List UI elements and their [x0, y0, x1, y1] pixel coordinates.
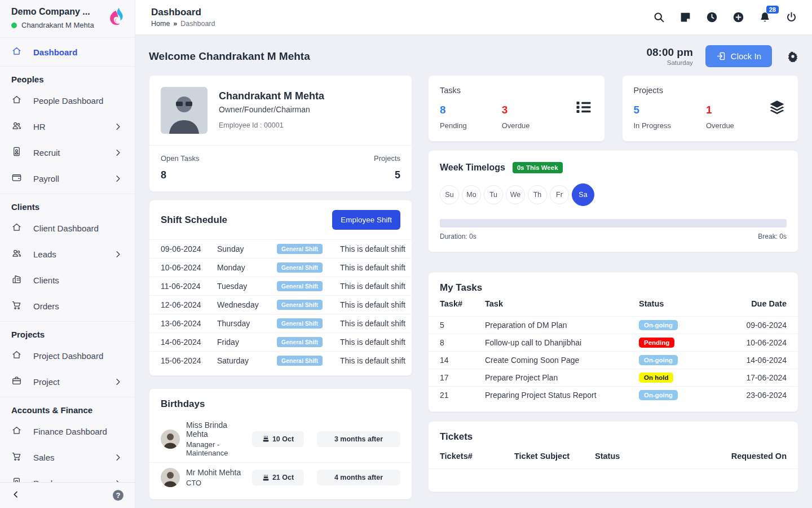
- tasks-stat-card: Tasks 8 Pending 3 Overdue: [428, 75, 605, 142]
- shift-row[interactable]: 13-06-2024 Thursday General Shift This i…: [149, 314, 412, 332]
- shift-day: Monday: [217, 263, 277, 272]
- task-status-badge: On-going: [639, 390, 678, 400]
- clock-in-button[interactable]: Clock In: [705, 45, 772, 67]
- employee-shift-button[interactable]: Employee Shift: [332, 210, 400, 230]
- brand-block: Demo Company ... Chandrakant M Mehta: [0, 0, 135, 38]
- birthday-role: Manager - Maintenance: [186, 440, 246, 457]
- projects-overdue-label: Overdue: [706, 121, 734, 130]
- profile-card: Chandrakant M Mehta Owner/Founder/Chairm…: [149, 75, 412, 192]
- help-icon[interactable]: ?: [113, 490, 123, 501]
- notification-count-badge: 28: [766, 6, 779, 14]
- task-id: 8: [440, 338, 485, 347]
- sidebar-item-recruit[interactable]: Recruit: [0, 139, 135, 165]
- sidebar-item-people-dashboard[interactable]: People Dashboard: [0, 87, 135, 113]
- projects-stat-card: Projects 5 In Progress 1 Overdue: [622, 75, 799, 142]
- task-status-badge: On-going: [639, 320, 678, 330]
- notes-icon[interactable]: [679, 11, 691, 23]
- birthday-row[interactable]: Miss Brinda Mehta Manager - Maintenance …: [149, 415, 412, 462]
- wallet-icon: [11, 172, 22, 185]
- task-title: Preparing Project Status Report: [485, 391, 639, 400]
- sidebar-item-clients[interactable]: Clients: [0, 267, 135, 293]
- projects-stat-title: Projects: [634, 86, 787, 95]
- shift-date: 10-06-2024: [161, 263, 217, 272]
- sidebar-item-leads[interactable]: Leads: [0, 241, 135, 267]
- sidebar-item-project[interactable]: Project: [0, 369, 135, 395]
- tasks-overdue-label: Overdue: [502, 121, 530, 130]
- shift-date: 14-06-2024: [161, 338, 217, 347]
- tickets-header-row: Tickets#Ticket SubjectStatusRequested On: [429, 448, 798, 468]
- shift-row[interactable]: 09-06-2024 Sunday General Shift This is …: [149, 239, 412, 258]
- online-status-dot: [11, 23, 17, 28]
- top-header: Dashboard Home » Dashboard 28: [135, 0, 812, 35]
- break-label: Break: 0s: [758, 233, 787, 240]
- task-row[interactable]: 8 Follow-up call to Dhanjibhai Pending 1…: [429, 334, 798, 351]
- breadcrumb-home[interactable]: Home: [151, 20, 170, 28]
- day-pill-tu[interactable]: Tu: [484, 185, 503, 204]
- shift-note: This is default shift: [340, 319, 412, 328]
- users-icon: [11, 120, 22, 133]
- day-pill-mo[interactable]: Mo: [462, 185, 481, 204]
- projects-inprogress-value: 5: [634, 104, 671, 116]
- birthday-date-pill: 10 Oct: [252, 431, 304, 447]
- day-pill-fr[interactable]: Fr: [550, 185, 569, 204]
- shift-row[interactable]: 12-06-2024 Wednesday General Shift This …: [149, 295, 412, 314]
- shift-row[interactable]: 15-06-2024 Saturday General Shift This i…: [149, 351, 412, 370]
- day-pill-we[interactable]: We: [506, 185, 525, 204]
- sidebar-item-label: Recruit: [33, 148, 60, 157]
- shift-row[interactable]: 11-06-2024 Tuesday General Shift This is…: [149, 277, 412, 295]
- day-pill-su[interactable]: Su: [440, 185, 459, 204]
- current-day: Saturday: [646, 59, 692, 66]
- shift-row[interactable]: 14-06-2024 Friday General Shift This is …: [149, 332, 412, 351]
- home-icon: [11, 349, 22, 362]
- search-icon[interactable]: [653, 11, 665, 23]
- employee-name: Chandrakant M Mehta: [219, 90, 324, 102]
- task-row[interactable]: 5 Preparation of DM Plan On-going 09-06-…: [429, 316, 798, 334]
- task-due-date: 10-06-2024: [725, 338, 787, 347]
- birthday-date-pill: 21 Oct: [252, 470, 304, 485]
- chevron-right-icon: [113, 452, 123, 463]
- cart-icon: [11, 451, 22, 463]
- sidebar-item-label: Client Dashboard: [33, 224, 99, 233]
- shift-type-badge: General Shift: [277, 262, 323, 273]
- sidebar-item-hr[interactable]: HR: [0, 113, 135, 139]
- tasks-overdue-value: 3: [502, 104, 530, 116]
- tasks-pending-label: Pending: [440, 121, 467, 130]
- task-row[interactable]: 17 Prepare Project Plan On hold 17-06-20…: [429, 369, 798, 386]
- home-icon: [11, 94, 22, 107]
- chevron-right-icon: [113, 376, 123, 387]
- day-pill-sa[interactable]: Sa: [572, 183, 594, 206]
- power-icon[interactable]: [785, 11, 797, 23]
- day-pill-th[interactable]: Th: [528, 185, 547, 204]
- cake-icon: [262, 435, 270, 443]
- add-icon[interactable]: [732, 11, 744, 23]
- sidebar-section-title: Accounts & Finance: [0, 397, 135, 418]
- clock-icon[interactable]: [706, 11, 718, 23]
- birthday-after-pill: 4 months after: [317, 470, 400, 485]
- sidebar-item-label: People Dashboard: [33, 96, 103, 106]
- breadcrumb-current: Dashboard: [180, 20, 215, 28]
- my-tasks-column-header: Task#: [440, 299, 485, 308]
- task-row[interactable]: 14 Create Coming Soon Page On-going 14-0…: [429, 351, 798, 369]
- birthdays-card: Birthdays Miss Brinda Mehta Manager - Ma…: [149, 388, 412, 500]
- collapse-sidebar-icon[interactable]: [11, 490, 20, 501]
- sidebar-item-finance-dashboard[interactable]: Finance Dashboard: [0, 418, 135, 444]
- sidebar-user-name: Chandrakant M Mehta: [21, 21, 94, 29]
- shift-date: 12-06-2024: [161, 300, 217, 309]
- sidebar-item-purchase[interactable]: Purchase: [0, 470, 135, 482]
- sidebar-item-payroll[interactable]: Payroll: [0, 165, 135, 191]
- sidebar-item-client-dashboard[interactable]: Client Dashboard: [0, 215, 135, 241]
- shift-type-badge: General Shift: [277, 244, 323, 254]
- sidebar-item-orders[interactable]: Orders: [0, 293, 135, 319]
- task-row[interactable]: 21 Preparing Project Status Report On-go…: [429, 386, 798, 404]
- notifications-bell-icon[interactable]: 28: [759, 11, 771, 23]
- sidebar-item-sales[interactable]: Sales: [0, 444, 135, 470]
- sidebar-item-project-dashboard[interactable]: Project Dashboard: [0, 343, 135, 369]
- birthday-row[interactable]: Mr Mohit Mehta CTO 21 Oct 4 months after: [149, 462, 412, 492]
- sidebar-section: Accounts & Finance Finance Dashboard Sal…: [0, 397, 135, 482]
- shift-note: This is default shift: [340, 244, 412, 253]
- shift-row[interactable]: 10-06-2024 Monday General Shift This is …: [149, 258, 412, 277]
- settings-gear-icon[interactable]: [787, 51, 798, 62]
- week-timelogs-title: Week Timelogs: [440, 163, 505, 173]
- sidebar-item-dashboard[interactable]: Dashboard: [0, 38, 135, 67]
- task-status-badge: On hold: [639, 373, 673, 383]
